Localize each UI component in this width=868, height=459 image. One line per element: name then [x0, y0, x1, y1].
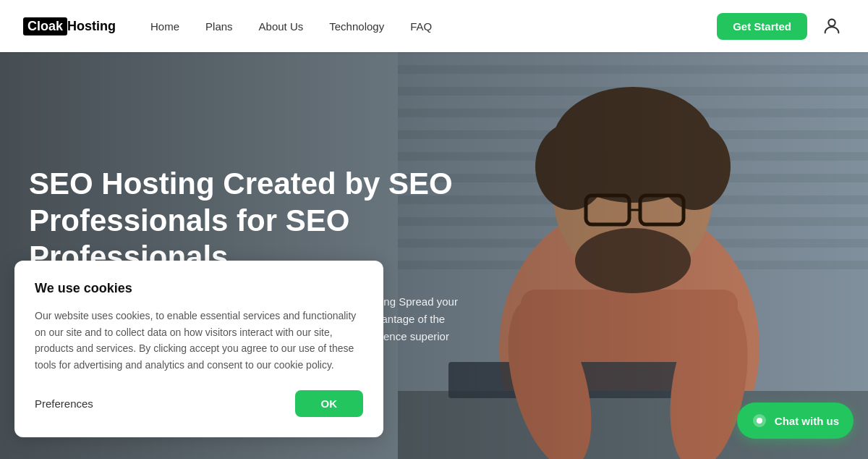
- nav-right: Get Started: [717, 13, 845, 40]
- logo-cloak: Cloak: [23, 17, 67, 35]
- logo-hosting: Hosting: [67, 19, 116, 34]
- nav-link-faq[interactable]: FAQ: [410, 20, 432, 33]
- cookie-text: Our website uses cookies, to enable esse…: [35, 308, 363, 373]
- chat-widget[interactable]: Chat with us: [737, 403, 854, 439]
- svg-point-0: [828, 20, 835, 26]
- cookie-title: We use cookies: [35, 281, 363, 296]
- ok-button[interactable]: OK: [295, 390, 364, 417]
- nav-link-plans[interactable]: Plans: [205, 20, 233, 33]
- svg-point-32: [757, 418, 762, 424]
- logo[interactable]: Cloak Hosting: [23, 17, 116, 35]
- get-started-button[interactable]: Get Started: [717, 13, 807, 40]
- nav-link-home[interactable]: Home: [150, 20, 179, 33]
- cookie-banner: We use cookies Our website uses cookies,…: [14, 261, 383, 437]
- chat-label: Chat with us: [775, 415, 839, 427]
- user-account-icon[interactable]: [819, 13, 845, 39]
- nav-link-about[interactable]: About Us: [259, 20, 304, 33]
- nav-link-technology[interactable]: Technology: [329, 20, 384, 33]
- hero-title: SEO Hosting Created by SEO Professionals…: [29, 166, 477, 275]
- cookie-actions: Preferences OK: [35, 390, 363, 417]
- chat-bubble-icon: [752, 413, 767, 429]
- nav-links: Home Plans About Us Technology FAQ: [150, 20, 717, 33]
- preferences-button[interactable]: Preferences: [35, 397, 93, 410]
- navbar: Cloak Hosting Home Plans About Us Techno…: [0, 0, 868, 52]
